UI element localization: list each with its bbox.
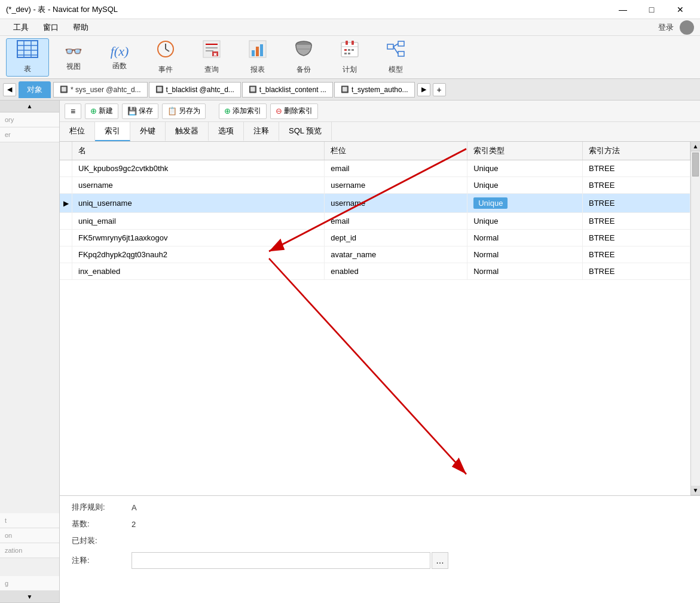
tab-more-button[interactable]: ▶ <box>417 83 430 96</box>
svg-rect-26 <box>344 49 347 51</box>
index-name: FK5rwmryny6jt1aaxkogov <box>72 230 325 246</box>
sidebar: ▲ ory er t on zation g ▼ <box>0 100 60 603</box>
index-type: Normal <box>467 263 583 280</box>
table-row[interactable]: inx_enabled enabled Normal BTREE <box>60 263 690 280</box>
save-icon: 💾 <box>127 106 137 115</box>
table-row[interactable]: FKpq2dhypk2qgt03nauh2 avatar_name Normal… <box>60 246 690 263</box>
tab-indexes[interactable]: 索引 <box>95 122 130 141</box>
index-name: uniq_email <box>72 213 325 230</box>
sidebar-scroll-down[interactable]: ▼ <box>0 591 59 603</box>
tab-fields[interactable]: 栏位 <box>60 122 95 141</box>
toolbar-backup[interactable]: 备份 <box>282 38 325 77</box>
table-tab-icon3: 🔲 <box>249 86 257 93</box>
index-type: Unique <box>467 213 583 230</box>
index-field: username <box>325 194 467 213</box>
menu-window[interactable]: 窗口 <box>36 20 66 35</box>
right-scrollbar[interactable]: ▲ ▼ <box>690 142 700 495</box>
schedule-icon <box>340 39 360 63</box>
new-button[interactable]: ⊕ 新建 <box>85 103 118 119</box>
sidebar-spacer <box>0 142 59 513</box>
scroll-down-arrow[interactable]: ▼ <box>691 486 700 495</box>
tab-sql-preview[interactable]: SQL 预览 <box>279 122 332 141</box>
toolbar-model[interactable]: 模型 <box>374 38 417 77</box>
comment-browse-button[interactable]: … <box>432 552 448 569</box>
row-indicator <box>60 246 72 263</box>
main-toolbar: 表 👓 视图 f(x) 函数 事件 <box>0 36 700 79</box>
table-row[interactable]: FK5rwmryny6jt1aaxkogov dept_id Normal BT… <box>60 230 690 246</box>
window-title: (*_dev) - 表 - Navicat for MySQL <box>6 4 609 15</box>
toolbar-report-label: 报表 <box>250 65 265 75</box>
toolbar-schedule-label: 计划 <box>343 65 357 75</box>
maximize-button[interactable]: □ <box>638 0 665 19</box>
toolbar-view[interactable]: 👓 视图 <box>52 38 95 77</box>
index-name: uniq_username <box>72 194 325 213</box>
scroll-thumb[interactable] <box>692 153 699 176</box>
comment-input[interactable] <box>132 552 430 569</box>
save-as-button[interactable]: 📋 另存为 <box>162 103 206 119</box>
toolbar-schedule[interactable]: 计划 <box>328 38 371 77</box>
detail-panel: 排序规则: A 基数: 2 已封装: 注释: … <box>60 495 700 603</box>
index-type: Unique <box>467 177 583 194</box>
table-row[interactable]: uniq_email email Unique BTREE <box>60 213 690 230</box>
scroll-track[interactable] <box>691 151 700 486</box>
tab-triggers[interactable]: 触发器 <box>166 122 209 141</box>
toolbar-function[interactable]: f(x) 函数 <box>98 38 141 77</box>
sidebar-item-t[interactable]: t <box>0 513 59 528</box>
menu-help[interactable]: 帮助 <box>66 20 96 35</box>
tab-sys-user[interactable]: 🔲 * sys_user @ahtc_d... <box>53 82 148 98</box>
save-button[interactable]: 💾 保存 <box>122 103 158 119</box>
svg-rect-18 <box>256 47 259 56</box>
window-controls[interactable]: — □ ✕ <box>609 0 694 19</box>
object-tab[interactable]: 对象 <box>19 81 51 98</box>
menu-tools[interactable]: 工具 <box>6 20 36 35</box>
row-indicator <box>60 160 72 177</box>
table-icon <box>17 40 38 62</box>
index-method: BTREE <box>583 213 690 230</box>
tab-system-autho[interactable]: 🔲 t_system_autho... <box>334 82 415 98</box>
svg-rect-27 <box>348 49 350 51</box>
tab-blacklist-content[interactable]: 🔲 t_blacklist_content ... <box>242 82 333 98</box>
comment-row: 注释: … <box>72 552 688 569</box>
toolbar-event[interactable]: 事件 <box>144 38 187 77</box>
comment-label: 注释: <box>72 555 132 566</box>
table-row[interactable]: UK_kpubos9gc2cvtkb0thk email Unique BTRE… <box>60 160 690 177</box>
tab-foreign-keys[interactable]: 外键 <box>130 122 166 141</box>
tab-blacklist[interactable]: 🔲 t_blacklist @ahtc_d... <box>149 82 241 98</box>
index-type: Unique <box>467 194 583 213</box>
sidebar-scroll-up[interactable]: ▲ <box>0 100 59 112</box>
minimize-button[interactable]: — <box>609 0 637 19</box>
svg-rect-28 <box>351 49 354 51</box>
base-value: 2 <box>132 520 136 529</box>
remove-index-button[interactable]: ⊖ 删除索引 <box>270 103 318 119</box>
add-index-icon: ⊕ <box>224 106 231 115</box>
user-avatar[interactable] <box>680 20 694 35</box>
title-bar: (*_dev) - 表 - Navicat for MySQL — □ ✕ <box>0 0 700 19</box>
table-row[interactable]: ▶ uniq_username username Unique BTREE <box>60 194 690 213</box>
svg-rect-32 <box>398 41 404 46</box>
close-button[interactable]: ✕ <box>667 0 694 19</box>
toolbar-event-label: 事件 <box>158 65 173 75</box>
save-as-icon: 📋 <box>167 106 177 115</box>
col-type: 索引类型 <box>467 142 583 160</box>
sidebar-item-g[interactable]: g <box>0 576 59 591</box>
hamburger-button[interactable]: ≡ <box>65 103 81 119</box>
sidebar-item-ory[interactable]: ory <box>0 112 59 127</box>
tab-options[interactable]: 选项 <box>209 122 244 141</box>
toolbar-query[interactable]: 查询 <box>190 38 233 77</box>
tab-comments[interactable]: 注释 <box>244 122 279 141</box>
sidebar-item-er[interactable]: er <box>0 127 59 142</box>
index-table-container[interactable]: 名 栏位 索引类型 索引方法 UK_kpubos9gc2cvtkb0thk em… <box>60 142 690 495</box>
svg-line-34 <box>393 44 398 47</box>
index-type: Normal <box>467 246 583 263</box>
login-button[interactable]: 登录 <box>658 22 674 33</box>
tab-nav-left[interactable]: ◀ <box>3 83 16 96</box>
toolbar-table[interactable]: 表 <box>6 38 49 77</box>
table-row[interactable]: username username Unique BTREE <box>60 177 690 194</box>
scroll-up-arrow[interactable]: ▲ <box>691 142 700 151</box>
sidebar-item-zation[interactable]: zation <box>0 543 59 558</box>
sidebar-item-on[interactable]: on <box>0 528 59 543</box>
add-index-button[interactable]: ⊕ 添加索引 <box>219 103 267 119</box>
content-area: ≡ ⊕ 新建 💾 保存 📋 另存为 ⊕ 添加索引 ⊖ 删除索引 <box>60 100 700 603</box>
tab-add-button[interactable]: + <box>433 83 446 96</box>
toolbar-report[interactable]: 报表 <box>236 38 279 77</box>
